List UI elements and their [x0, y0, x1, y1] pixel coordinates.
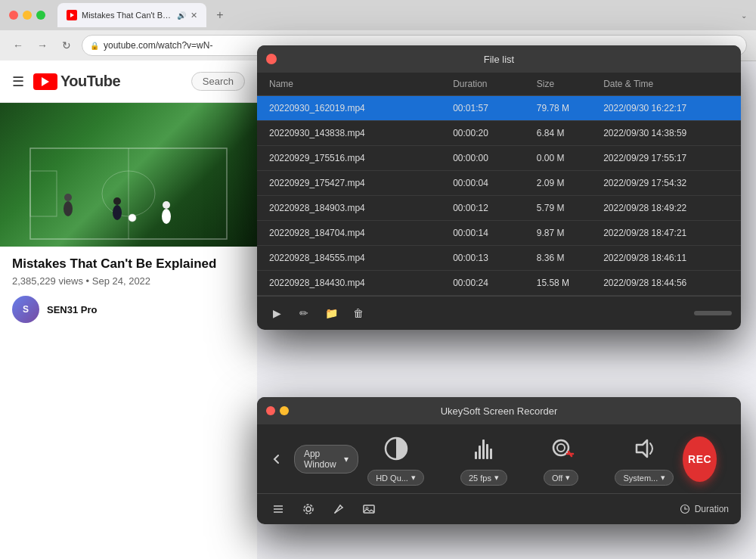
file-duration: 00:00:12 — [453, 203, 537, 213]
clock-icon — [680, 504, 690, 514]
browser-tab-youtube[interactable]: Mistakes That Can't Be Ex... 🔊 ✕ — [57, 3, 206, 27]
panel-close-button[interactable] — [266, 54, 277, 64]
back-button[interactable]: ← — [9, 36, 27, 54]
scrollbar-thumb[interactable] — [694, 311, 732, 315]
file-duration: 00:00:24 — [453, 278, 537, 288]
tab-close-button[interactable]: ✕ — [191, 11, 197, 20]
table-header: Name Duration Size Date & Time — [257, 73, 741, 96]
file-size: 8.36 M — [537, 253, 603, 263]
file-row-6[interactable]: 20220928_184555.mp4 00:00:13 8.36 M 2022… — [257, 246, 741, 271]
search-button[interactable]: Search — [191, 72, 245, 91]
video-meta: 2,385,229 views • Sep 24, 2022 — [12, 275, 245, 287]
file-duration: 00:00:14 — [453, 228, 537, 238]
audio-dropdown[interactable]: System... ▾ — [615, 470, 674, 486]
svg-point-10 — [129, 214, 136, 222]
audio-icon-button[interactable] — [627, 432, 661, 465]
header-name: Name — [269, 79, 453, 89]
edit-tool-button[interactable] — [330, 500, 348, 518]
list-icon — [272, 503, 284, 515]
svg-point-21 — [304, 505, 313, 514]
file-duration: 00:00:04 — [453, 178, 537, 188]
avatar-text: S — [23, 304, 29, 315]
back-arrow-icon — [271, 453, 283, 465]
recorder-minimize-button[interactable] — [280, 406, 289, 415]
hamburger-menu-button[interactable]: ☰ — [12, 73, 24, 90]
youtube-logo[interactable]: YouTube — [33, 73, 120, 90]
tab-favicon — [67, 10, 77, 20]
file-datetime: 2022/09/28 18:49:22 — [603, 203, 729, 213]
fps-dropdown[interactable]: 25 fps ▾ — [460, 470, 507, 486]
new-tab-button[interactable]: + — [209, 5, 231, 26]
file-list-table: Name Duration Size Date & Time 20220930_… — [257, 73, 741, 296]
svg-point-4 — [64, 201, 73, 216]
file-row-0[interactable]: 20220930_162019.mp4 00:01:57 79.78 M 202… — [257, 96, 741, 121]
video-thumbnail[interactable] — [0, 103, 257, 247]
file-row-7[interactable]: 20220928_184430.mp4 00:00:24 15.58 M 202… — [257, 271, 741, 296]
recorder-close-button[interactable] — [266, 406, 275, 415]
file-datetime: 2022/09/29 17:55:17 — [603, 153, 729, 163]
channel-name: SEN31 Pro — [47, 304, 97, 315]
recorder-back-button[interactable] — [269, 449, 285, 470]
source-selector[interactable]: App Window ▾ — [294, 445, 358, 474]
youtube-logo-text: YouTube — [60, 73, 120, 90]
svg-rect-3 — [30, 171, 57, 216]
close-window-button[interactable] — [9, 11, 18, 20]
play-button[interactable]: ▶ — [266, 303, 287, 324]
recorder-title: UkeySoft Screen Recorder — [441, 405, 558, 417]
file-datetime: 2022/09/28 18:47:21 — [603, 228, 729, 238]
file-name: 20220928_184430.mp4 — [269, 278, 453, 288]
file-datetime: 2022/09/28 18:46:11 — [603, 253, 729, 263]
forward-button[interactable]: → — [33, 36, 51, 54]
quality-label: HD Qu... — [376, 474, 408, 483]
file-row-2[interactable]: 20220929_175516.mp4 00:00:00 0.00 M 2022… — [257, 146, 741, 171]
header-duration: Duration — [453, 79, 537, 89]
file-datetime: 2022/09/29 17:54:32 — [603, 178, 729, 188]
channel-row: S SEN31 Pro — [12, 296, 245, 323]
svg-point-6 — [162, 209, 171, 224]
speaker-icon — [631, 435, 658, 462]
webcam-icon — [547, 435, 575, 462]
display-half-icon — [383, 435, 410, 462]
minimize-window-button[interactable] — [23, 11, 32, 20]
fps-icon-button[interactable] — [467, 432, 500, 465]
file-row-1[interactable]: 20220930_143838.mp4 00:00:20 6.84 M 2022… — [257, 121, 741, 146]
quality-group: HD Qu... ▾ — [367, 432, 424, 486]
file-row-3[interactable]: 20220929_175427.mp4 00:00:04 2.09 M 2022… — [257, 171, 741, 196]
file-duration: 00:00:13 — [453, 253, 537, 263]
file-size: 9.87 M — [537, 228, 603, 238]
file-row-5[interactable]: 20220928_184704.mp4 00:00:14 9.87 M 2022… — [257, 221, 741, 246]
webcam-group: Off ▾ — [544, 432, 578, 486]
svg-rect-25 — [364, 505, 374, 513]
edit-button[interactable]: ✏ — [293, 303, 314, 324]
file-name: 20220928_184903.mp4 — [269, 203, 453, 213]
folder-button[interactable]: 📁 — [321, 303, 342, 324]
file-row-4[interactable]: 20220928_184903.mp4 00:00:12 5.79 M 2022… — [257, 196, 741, 221]
recorder-controls: App Window ▾ HD Qu... ▾ — [257, 424, 741, 493]
rec-label: REC — [688, 453, 711, 465]
file-size: 0.00 M — [537, 153, 603, 163]
youtube-content: ☰ YouTube Search — [0, 61, 257, 559]
panel-titlebar: File list — [257, 45, 741, 73]
quality-icon-button[interactable] — [380, 432, 413, 465]
address-text: youtube.com/watch?v=wN- — [104, 40, 212, 51]
delete-button[interactable]: 🗑 — [348, 303, 369, 324]
screenshot-button[interactable] — [360, 500, 378, 518]
maximize-window-button[interactable] — [36, 11, 45, 20]
tab-dropdown-button[interactable]: ⌄ — [741, 11, 747, 20]
webcam-dropdown[interactable]: Off ▾ — [544, 470, 578, 486]
window-traffic-lights — [9, 11, 45, 20]
tab-title: Mistakes That Can't Be Ex... — [82, 11, 172, 20]
refresh-button[interactable]: ↻ — [57, 36, 76, 54]
quality-dropdown[interactable]: HD Qu... ▾ — [367, 470, 424, 486]
svg-point-9 — [113, 197, 121, 205]
file-rows-container: 20220930_162019.mp4 00:01:57 79.78 M 202… — [257, 96, 741, 296]
source-label: App Window — [304, 449, 339, 470]
webcam-label: Off — [552, 474, 562, 483]
record-button[interactable]: REC — [683, 436, 717, 482]
svg-point-13 — [557, 444, 565, 452]
webcam-icon-button[interactable] — [544, 432, 578, 465]
list-view-button[interactable] — [269, 500, 287, 518]
pencil-icon — [333, 503, 345, 515]
settings-button[interactable] — [299, 500, 318, 518]
search-label: Search — [203, 76, 234, 87]
